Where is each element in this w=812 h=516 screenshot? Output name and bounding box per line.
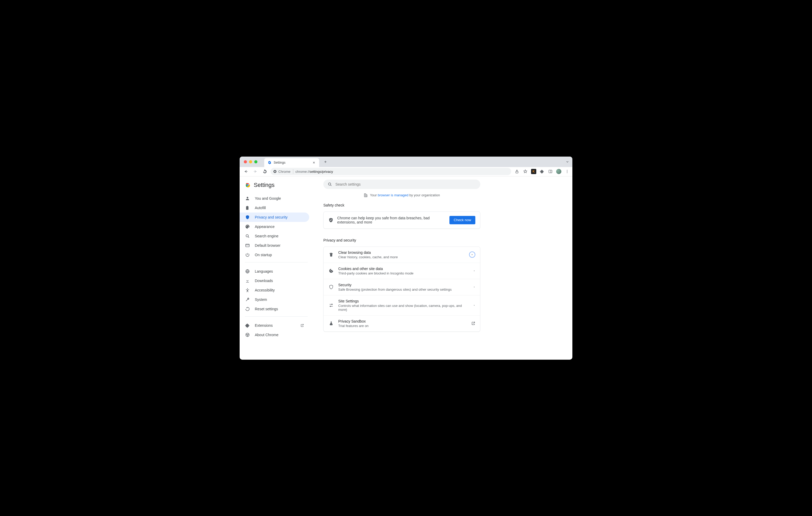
extensions-icon[interactable] (540, 169, 545, 174)
sidebar-item-label: Privacy and security (255, 215, 288, 219)
profile-avatar[interactable] (556, 169, 561, 174)
close-tab-button[interactable] (312, 160, 316, 165)
sidebar-item-about-chrome[interactable]: About Chrome (240, 330, 309, 339)
browser-icon (245, 243, 250, 248)
svg-rect-3 (549, 170, 552, 173)
sidebar-item-autofill[interactable]: Autofill (240, 203, 309, 213)
row-title: Privacy Sandbox (338, 319, 467, 323)
share-icon[interactable] (514, 169, 520, 174)
settings-brand: Settings (240, 180, 313, 192)
sidebar-item-you-and-google[interactable]: You and Google (240, 194, 309, 203)
back-button[interactable] (242, 168, 250, 175)
extension-k-icon[interactable]: K (531, 169, 536, 174)
sidebar-item-label: On startup (255, 253, 272, 257)
sidebar-item-label: About Chrome (255, 333, 278, 337)
sidebar-item-search-engine[interactable]: Search engine (240, 231, 309, 241)
svg-point-6 (567, 172, 568, 173)
sidebar-item-label: Downloads (255, 279, 273, 283)
sidebar-item-label: Languages (255, 269, 273, 273)
building-icon (364, 193, 368, 198)
sidebar-item-reset-settings[interactable]: Reset settings (240, 304, 309, 314)
chevron-right-icon (473, 304, 475, 306)
tab-title: Settings (273, 161, 310, 164)
sidebar-item-extensions[interactable]: Extensions (240, 321, 309, 330)
window-controls (240, 160, 262, 163)
site-chip: Chrome (273, 169, 293, 174)
trash-icon (328, 252, 334, 257)
sidebar-item-default-browser[interactable]: Default browser (240, 241, 309, 250)
privacy-card: Clear browsing data Clear history, cooki… (323, 246, 480, 332)
sidebar-item-accessibility[interactable]: Accessibility (240, 285, 309, 295)
new-tab-button[interactable] (322, 158, 329, 165)
sidebar-item-label: System (255, 298, 267, 302)
site-chip-label: Chrome (278, 170, 290, 174)
row-cookies[interactable]: Cookies and other site data Third-party … (324, 263, 480, 279)
section-title-safety: Safety check (323, 203, 480, 207)
search-input[interactable] (336, 182, 476, 186)
nav-separator (245, 262, 308, 263)
sidebar-item-system[interactable]: System (240, 295, 309, 304)
close-window-button[interactable] (244, 160, 247, 163)
main-panel: Your browser is managed by your organiza… (313, 177, 572, 360)
gear-icon (267, 160, 271, 165)
url-text: chrome://settings/privacy (295, 170, 509, 174)
sidebar-item-label: Appearance (255, 224, 275, 229)
svg-point-17 (328, 183, 331, 185)
row-security[interactable]: Security Safe Browsing (protection from … (324, 279, 480, 295)
managed-link[interactable]: browser is managed (378, 193, 408, 197)
svg-point-11 (246, 235, 248, 237)
search-bar[interactable] (323, 180, 480, 189)
sidebar-item-privacy-and-security[interactable]: Privacy and security (240, 213, 309, 222)
bookmark-icon[interactable] (523, 169, 528, 174)
sidebar-item-languages[interactable]: Languages (240, 267, 309, 276)
sidebar-item-label: Extensions (255, 323, 272, 328)
chrome-logo-icon (245, 182, 251, 188)
accessibility-icon (245, 287, 250, 293)
external-link-icon (300, 324, 304, 327)
cookie-icon (328, 269, 334, 273)
settings-title: Settings (254, 182, 275, 188)
sidepanel-icon[interactable] (548, 169, 553, 174)
sidebar-item-label: You and Google (255, 196, 281, 201)
sidebar-item-appearance[interactable]: Appearance (240, 222, 309, 231)
sidebar-item-label: Accessibility (255, 288, 275, 292)
svg-rect-19 (366, 195, 367, 197)
chevron-right-icon (473, 270, 475, 272)
chevron-right-icon (473, 286, 475, 288)
row-subtitle: Safe Browsing (protection from dangerous… (338, 287, 469, 292)
kebab-menu-icon[interactable] (564, 169, 570, 174)
restore-icon (245, 306, 250, 311)
managed-banner: Your browser is managed by your organiza… (323, 193, 480, 198)
reload-button[interactable] (261, 168, 268, 175)
row-subtitle: Clear history, cookies, cache, and more (338, 255, 465, 259)
row-clear-browsing-data[interactable]: Clear browsing data Clear history, cooki… (324, 247, 480, 263)
row-privacy-sandbox[interactable]: Privacy Sandbox Trial features are on (324, 315, 480, 331)
managed-text: Your browser is managed by your organiza… (370, 193, 440, 197)
svg-rect-12 (245, 244, 249, 247)
shield-check-icon (328, 217, 334, 223)
row-subtitle: Trial features are on (338, 324, 467, 328)
sidebar-item-downloads[interactable]: Downloads (240, 276, 309, 285)
svg-point-4 (567, 170, 568, 171)
sidebar-item-on-startup[interactable]: On startup (240, 250, 309, 260)
row-site-settings[interactable]: Site Settings Controls what information … (324, 295, 480, 315)
tabs-dropdown-button[interactable] (566, 160, 569, 164)
minimize-window-button[interactable] (249, 160, 252, 163)
forward-button[interactable] (252, 168, 259, 175)
svg-point-21 (330, 306, 331, 307)
palette-icon (245, 224, 250, 229)
power-icon (245, 252, 250, 257)
sidebar: Settings You and Google Autofill Privacy… (240, 177, 313, 360)
toolbar: Chrome chrome://settings/privacy K (240, 167, 572, 177)
sidebar-item-label: Autofill (255, 206, 266, 210)
shield-icon (245, 215, 250, 220)
external-link-icon (471, 321, 475, 326)
tune-icon (328, 303, 334, 308)
browser-tab[interactable]: Settings (264, 158, 319, 167)
check-now-button[interactable]: Check now (450, 216, 475, 224)
sidebar-item-label: Search engine (255, 234, 278, 238)
svg-point-20 (332, 304, 332, 305)
toolbar-actions: K (513, 169, 570, 174)
address-bar[interactable]: Chrome chrome://settings/privacy (270, 168, 511, 175)
maximize-window-button[interactable] (254, 160, 257, 163)
